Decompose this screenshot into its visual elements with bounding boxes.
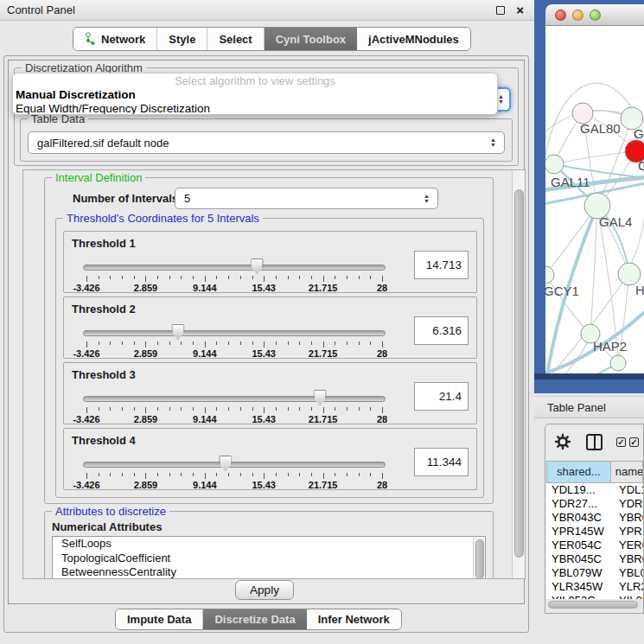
number-of-intervals-combobox[interactable]: 5 ▲▼ [175,188,438,209]
cell-name[interactable]: YER054C [616,539,644,552]
slider-tick [134,341,135,345]
settings-scrollbar[interactable] [512,170,525,578]
list-item[interactable]: BetweennessCentrality [53,565,485,579]
cell-name[interactable]: YBL079W [616,566,644,580]
slider-tick [370,341,371,345]
threshold-value-field[interactable]: 6.316 [414,316,469,345]
table-row[interactable]: YBR045CYBR045C [546,552,644,566]
numerical-attributes-list[interactable]: SelfLoopsTopologicalCoefficientBetweenne… [52,536,486,579]
minimize-light-icon[interactable] [572,10,583,21]
slider-tick [299,473,300,476]
slider-tick [311,341,312,345]
tab-discretize-data[interactable]: Discretize Data [203,609,306,629]
slider-handle[interactable] [314,390,327,405]
checkbox-checked-icon[interactable]: ✓ [616,437,626,447]
float-window-icon[interactable] [496,6,505,15]
tab-infer-network[interactable]: Infer Network [307,609,401,629]
threshold-1-slider[interactable]: -3.4262.8599.14415.4321.71528 [83,259,386,292]
network-window-titlebar [545,4,644,26]
slider-tick [205,473,206,479]
dropdown-option-manual-discretization[interactable]: Manual Discretization [13,88,497,102]
table-row[interactable]: YER054CYER054C [546,539,644,552]
cell-shared-name[interactable]: YDR27... [546,497,616,511]
cell-name[interactable]: YBR045C [616,552,644,566]
table-row[interactable]: YBR043CYBR043C [546,511,644,525]
network-node[interactable] [545,266,554,284]
table-row[interactable]: YIL052CYIL052C [546,594,644,599]
slider-tick [335,407,335,411]
threshold-value-field[interactable]: 21.4 [414,382,469,411]
cell-shared-name[interactable]: YER054C [546,539,616,552]
cell-shared-name[interactable]: YBR043C [546,511,616,525]
slider-tick [359,276,360,279]
list-scrollbar[interactable] [473,538,484,579]
table-row[interactable]: YDR27...YDR27... [546,497,644,511]
threshold-3-slider[interactable]: -3.4262.8599.14415.4321.71528 [83,391,386,424]
threshold-label: Threshold 3 [72,368,136,381]
cell-name[interactable]: YPR145W [616,525,644,539]
tab-network[interactable]: Network [73,28,157,50]
table-data-combobox[interactable]: galFiltered.sif default node ▲▼ [28,131,505,154]
cell-shared-name[interactable]: YPR145W [546,525,616,539]
zoom-light-icon[interactable] [590,10,601,21]
cell-shared-name[interactable]: YIL052C [546,594,616,599]
tab-label: Infer Network [318,613,390,626]
group-title: Threshold's Coordinates for 5 Intervals [63,212,263,225]
tab-impute-data[interactable]: Impute Data [116,609,203,629]
tab-select[interactable]: Select [207,28,264,50]
cell-name[interactable]: YLR345W [616,580,644,594]
close-icon[interactable]: × [516,0,524,21]
slider-tick [252,341,253,345]
table-row[interactable]: YLR345WYLR345W [546,580,644,594]
threshold-4-slider[interactable]: -3.4262.8599.14415.4321.71528 [83,456,386,489]
slider-tick [347,341,348,345]
dropdown-option-equal-width-frequency[interactable]: Equal Width/Frequency Discretization [13,102,497,115]
close-light-icon[interactable] [555,10,566,21]
network-node[interactable] [610,355,626,371]
cell-shared-name[interactable]: YBL079W [546,566,616,580]
numerical-attributes-label: Numerical Attributes [52,520,162,533]
slider-tick [216,341,217,345]
threshold-value-field[interactable]: 14.713 [414,251,469,279]
cell-name[interactable]: YBR043C [616,511,644,525]
table-row[interactable]: YDL19...YDL19... [546,483,644,497]
table-row[interactable]: YBL079WYBL079W [546,566,644,580]
slider-tick [382,276,383,282]
threshold-2-slider[interactable]: -3.4262.8599.14415.4321.71528 [83,325,386,358]
tab-jactivemnodules[interactable]: jActiveMNodules [357,28,470,50]
cell-shared-name[interactable]: YDL19... [546,483,616,497]
tab-label: jActiveMNodules [368,33,459,46]
cell-shared-name[interactable]: YLR345W [546,580,616,594]
slider-tick [311,276,312,279]
checkbox-checked-icon[interactable]: ✓ [629,437,639,447]
slider-tick [264,473,265,479]
network-nodes[interactable]: GAL80GACGAL11GAL4GCY1HHAP2 [545,103,644,371]
table-hscrollbar-thumb[interactable] [548,601,638,609]
apply-button[interactable]: Apply [235,580,294,600]
table-row[interactable]: YPR145WYPR145W [546,525,644,539]
slider-tick [240,341,241,345]
slider-handle[interactable] [251,258,264,274]
slider-handle[interactable] [219,456,232,471]
slider-handle[interactable] [172,324,185,340]
cell-name[interactable]: YDL19... [616,483,644,497]
tab-cyni-toolbox[interactable]: Cyni Toolbox [265,28,357,50]
column-header-shared-name[interactable]: shared... [546,461,611,483]
table-rows[interactable]: YDL19...YDL19...YDR27...YDR27...YBR043CY… [546,483,644,599]
cell-name[interactable]: YDR27... [616,497,644,511]
column-header-name[interactable]: name [611,461,643,483]
split-column-icon[interactable] [586,434,603,450]
network-canvas[interactable]: GAL80GACGAL11GAL4GCY1HHAP2 [545,26,644,373]
settings-scrollbar-thumb[interactable] [514,189,524,558]
list-scrollbar-thumb[interactable] [475,539,484,579]
list-item[interactable]: TopologicalCoefficient [53,552,485,566]
network-node[interactable] [545,155,564,174]
tab-style[interactable]: Style [157,28,207,50]
gear-icon[interactable] [554,433,571,454]
cell-name[interactable]: YIL052C [616,594,644,599]
list-item[interactable]: SelfLoops [53,537,485,552]
threshold-value-field[interactable]: 11.344 [414,448,469,476]
node-table-container: ✓ ✓ shared... name YDL19...YDL19...YDR27… [545,424,644,614]
cell-shared-name[interactable]: YBR045C [546,552,616,566]
table-horizontal-scrollbar[interactable] [547,600,644,610]
